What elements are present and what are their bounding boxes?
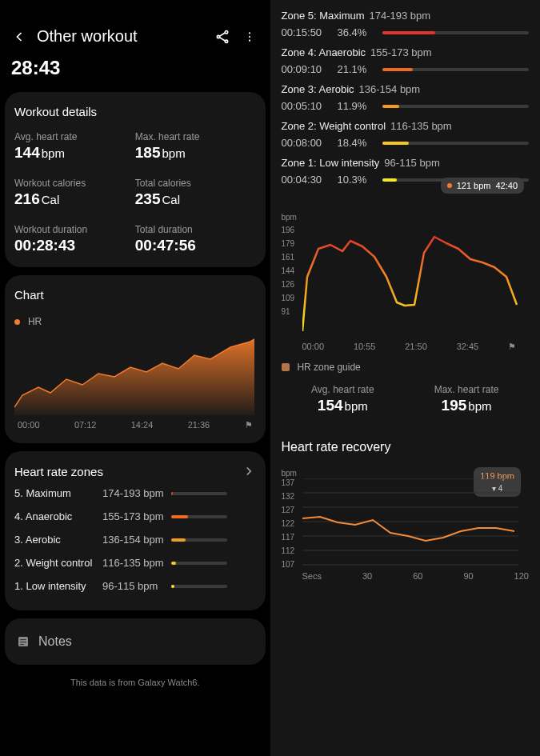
svg-point-1 — [217, 35, 219, 38]
zone-bar — [382, 142, 530, 145]
tooltip-dot-icon — [447, 183, 452, 188]
recovery-title: Heart rate recovery — [282, 440, 530, 454]
hr-zone-row: 3. Aerobic136-154 bpm — [14, 528, 256, 551]
zone-block: Zone 2: Weight control116-135 bpm00:08:0… — [282, 120, 530, 149]
details-title: Workout details — [14, 105, 256, 118]
hr-zone-bar — [171, 492, 227, 495]
zone-bar — [382, 31, 530, 34]
zone-pct: 11.9% — [338, 100, 382, 112]
hr-zone-graph[interactable]: 121 bpm 42:40 bpm 196 179 161 144 126 10… — [282, 205, 530, 414]
metric-max-hr: Max. heart rate 185bpm — [135, 131, 256, 162]
svg-point-0 — [225, 30, 227, 33]
metric-avg-hr: Avg. heart rate 144bpm — [14, 131, 135, 162]
zone-title: Zone 3: Aerobic136-154 bpm — [282, 83, 530, 95]
hr-zone-row: 5. Maximum174-193 bpm — [14, 482, 256, 505]
hr-chart-card[interactable]: Chart HR 00:00 07:12 14:24 21:36 — [5, 275, 266, 443]
hr-zone-bar — [171, 585, 227, 588]
workout-time: 28:43 — [0, 54, 270, 92]
metric-workout-dur: Workout duration 00:28:43 — [14, 224, 135, 254]
hr-legend: HR — [28, 316, 42, 327]
zone-title: Zone 5: Maximum174-193 bpm — [282, 10, 530, 22]
flag-icon: ⚑ — [245, 420, 253, 430]
hr-zone-row: 1. Low intensity96-115 bpm — [14, 574, 256, 598]
hr-zone-row: 2. Weight control116-135 bpm — [14, 551, 256, 574]
metric-workout-cal: Workout calories 216Cal — [14, 178, 135, 208]
chart-title: Chart — [14, 288, 256, 302]
zone-block: Zone 4: Anaerobic155-173 bpm00:09:1021.1… — [282, 46, 530, 75]
zone-title: Zone 4: Anaerobic155-173 bpm — [282, 46, 530, 58]
max-hr-stat: Max. heart rate 195bpm — [434, 384, 499, 414]
share-icon[interactable] — [214, 29, 230, 45]
chevron-right-icon[interactable] — [242, 464, 256, 478]
notes-card[interactable]: Notes — [5, 618, 266, 665]
svg-point-7 — [248, 39, 250, 41]
hr-zone-bar — [171, 538, 227, 542]
hr-recovery-card[interactable]: Heart rate recovery 119 bpm ▾ 4 bpm 137 … — [282, 437, 530, 581]
hr-zones-card[interactable]: Heart rate zones 5. Maximum174-193 bpm4.… — [5, 451, 266, 610]
hr-zone-name: 4. Anaerobic — [14, 510, 102, 522]
zone-title: Zone 2: Weight control116-135 bpm — [282, 120, 530, 132]
hr-zone-bar — [171, 562, 227, 565]
zone-bar — [382, 68, 530, 71]
hr-zone-name: 1. Low intensity — [14, 580, 102, 592]
hr-zone-range: 136-154 bpm — [102, 534, 171, 546]
flag-icon: ⚑ — [508, 342, 516, 352]
hr-legend-dot — [14, 319, 20, 325]
back-icon[interactable] — [11, 29, 27, 45]
zone-pct: 21.1% — [338, 63, 382, 75]
zone-duration: 00:04:30 — [282, 174, 338, 186]
hr-zone-row: 4. Anaerobic155-173 bpm — [14, 505, 256, 528]
metric-total-cal: Total calories 235Cal — [135, 178, 256, 208]
workout-details-card: Workout details Avg. heart rate 144bpm M… — [5, 92, 266, 267]
hr-zone-range: 96-115 bpm — [102, 580, 171, 592]
zone-pct: 36.4% — [338, 26, 382, 38]
svg-rect-9 — [20, 639, 26, 640]
hr-zone-range: 174-193 bpm — [102, 487, 171, 499]
note-icon — [16, 634, 30, 649]
zone-pct: 18.4% — [338, 137, 382, 149]
hr-zone-legend-sq — [282, 363, 290, 371]
hr-zone-range: 155-173 bpm — [102, 510, 171, 522]
hr-tooltip: 121 bpm 42:40 — [441, 178, 524, 194]
avg-hr-stat: Avg. heart rate 154bpm — [311, 384, 374, 414]
svg-point-6 — [248, 35, 250, 37]
zone-block: Zone 5: Maximum174-193 bpm00:15:5036.4% — [282, 10, 530, 38]
zone-duration: 00:15:50 — [282, 26, 338, 38]
chart-x-axis: 00:00 07:12 14:24 21:36 ⚑ — [14, 420, 256, 430]
svg-line-3 — [219, 33, 225, 36]
svg-line-4 — [219, 37, 225, 40]
hr-area-chart[interactable]: 00:00 07:12 14:24 21:36 ⚑ — [14, 335, 256, 430]
hr-zone-bar — [171, 515, 227, 518]
hr-zone-name: 2. Weight control — [14, 557, 102, 569]
svg-rect-11 — [20, 644, 24, 645]
header: Other workout — [0, 0, 270, 54]
zone-duration: 00:05:10 — [282, 100, 338, 112]
zone-title: Zone 1: Low intensity96-115 bpm — [282, 157, 530, 169]
svg-point-5 — [248, 32, 250, 34]
zone-pct: 10.3% — [338, 174, 382, 186]
zone-bar — [382, 105, 530, 108]
metric-total-dur: Total duration 00:47:56 — [135, 224, 256, 254]
svg-rect-10 — [20, 642, 26, 642]
hr-zone-legend: HR zone guide — [297, 362, 360, 373]
page-title: Other workout — [37, 27, 138, 46]
hr-zone-name: 3. Aerobic — [14, 534, 102, 546]
hr-zone-range: 116-135 bpm — [102, 557, 171, 569]
more-icon[interactable] — [240, 29, 259, 45]
zone-block: Zone 3: Aerobic136-154 bpm00:05:1011.9% — [282, 83, 530, 112]
hr-zones-title: Heart rate zones — [14, 465, 103, 478]
hr-zone-name: 5. Maximum — [14, 487, 102, 499]
notes-label: Notes — [38, 634, 72, 649]
svg-point-2 — [225, 40, 227, 42]
zone-duration: 00:09:10 — [282, 63, 338, 75]
zone-duration: 00:08:00 — [282, 137, 338, 149]
footer-text: This data is from Galaxy Watch6. — [0, 673, 270, 692]
